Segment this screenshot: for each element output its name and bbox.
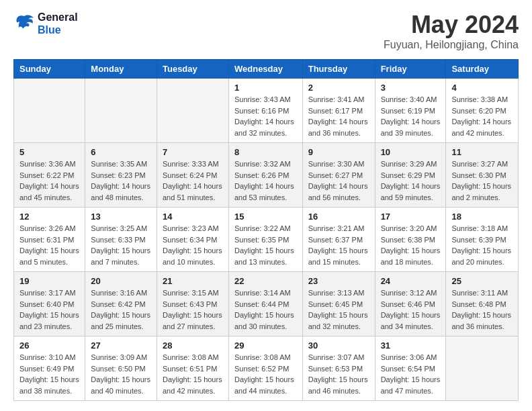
- calendar-cell: 18Sunrise: 3:18 AM Sunset: 6:39 PM Dayli…: [446, 208, 519, 272]
- day-number: 18: [451, 212, 513, 222]
- calendar-cell: 1Sunrise: 3:43 AM Sunset: 6:16 PM Daylig…: [228, 79, 302, 143]
- calendar-cell: 3Sunrise: 3:40 AM Sunset: 6:19 PM Daylig…: [375, 79, 446, 143]
- calendar-cell: [14, 79, 85, 143]
- calendar-cell: 19Sunrise: 3:17 AM Sunset: 6:40 PM Dayli…: [14, 272, 85, 336]
- day-number: 31: [381, 340, 441, 351]
- calendar-week-2: 5Sunrise: 3:36 AM Sunset: 6:22 PM Daylig…: [14, 143, 519, 208]
- day-info: Sunrise: 3:27 AM Sunset: 6:30 PM Dayligh…: [451, 158, 513, 203]
- logo-icon: [13, 14, 35, 33]
- day-number: 14: [163, 212, 223, 222]
- day-number: 8: [234, 147, 297, 157]
- calendar-cell: 13Sunrise: 3:25 AM Sunset: 6:33 PM Dayli…: [85, 208, 157, 272]
- day-number: 28: [163, 340, 223, 351]
- logo-text: General Blue: [38, 11, 78, 36]
- main-title: May 2024: [384, 11, 519, 39]
- header: General Blue May 2024 Fuyuan, Heilongjia…: [13, 11, 519, 51]
- day-info: Sunrise: 3:10 AM Sunset: 6:49 PM Dayligh…: [19, 352, 79, 396]
- col-header-saturday: Saturday: [446, 60, 519, 79]
- day-number: 7: [163, 147, 223, 157]
- day-number: 22: [234, 276, 297, 286]
- calendar-week-3: 12Sunrise: 3:26 AM Sunset: 6:31 PM Dayli…: [14, 208, 519, 272]
- calendar-cell: [157, 79, 228, 143]
- calendar-cell: 26Sunrise: 3:10 AM Sunset: 6:49 PM Dayli…: [14, 336, 85, 401]
- day-number: 2: [308, 83, 369, 93]
- day-info: Sunrise: 3:32 AM Sunset: 6:26 PM Dayligh…: [234, 158, 297, 203]
- calendar-cell: 16Sunrise: 3:21 AM Sunset: 6:37 PM Dayli…: [302, 208, 375, 272]
- calendar-cell: 4Sunrise: 3:38 AM Sunset: 6:20 PM Daylig…: [446, 79, 519, 143]
- page: General Blue May 2024 Fuyuan, Heilongjia…: [0, 0, 532, 411]
- logo: General Blue: [13, 11, 78, 36]
- col-header-friday: Friday: [375, 60, 446, 79]
- day-info: Sunrise: 3:30 AM Sunset: 6:27 PM Dayligh…: [308, 158, 369, 203]
- col-header-sunday: Sunday: [14, 60, 85, 79]
- logo-general: General: [38, 11, 78, 23]
- day-info: Sunrise: 3:06 AM Sunset: 6:54 PM Dayligh…: [381, 352, 441, 396]
- calendar-table: SundayMondayTuesdayWednesdayThursdayFrid…: [13, 59, 519, 401]
- calendar-cell: 5Sunrise: 3:36 AM Sunset: 6:22 PM Daylig…: [14, 143, 85, 208]
- day-info: Sunrise: 3:12 AM Sunset: 6:46 PM Dayligh…: [381, 287, 441, 332]
- calendar-cell: 9Sunrise: 3:30 AM Sunset: 6:27 PM Daylig…: [302, 143, 375, 208]
- day-info: Sunrise: 3:23 AM Sunset: 6:34 PM Dayligh…: [163, 223, 223, 267]
- day-info: Sunrise: 3:14 AM Sunset: 6:44 PM Dayligh…: [234, 287, 297, 332]
- calendar-week-1: 1Sunrise: 3:43 AM Sunset: 6:16 PM Daylig…: [14, 79, 519, 143]
- day-number: 5: [19, 147, 79, 157]
- day-info: Sunrise: 3:40 AM Sunset: 6:19 PM Dayligh…: [381, 94, 441, 138]
- day-info: Sunrise: 3:15 AM Sunset: 6:43 PM Dayligh…: [163, 287, 223, 332]
- day-info: Sunrise: 3:43 AM Sunset: 6:16 PM Dayligh…: [234, 94, 297, 138]
- day-info: Sunrise: 3:17 AM Sunset: 6:40 PM Dayligh…: [19, 287, 79, 332]
- day-info: Sunrise: 3:38 AM Sunset: 6:20 PM Dayligh…: [451, 94, 513, 138]
- day-info: Sunrise: 3:09 AM Sunset: 6:50 PM Dayligh…: [91, 352, 151, 396]
- day-number: 4: [451, 83, 513, 93]
- calendar-cell: [85, 79, 157, 143]
- day-info: Sunrise: 3:29 AM Sunset: 6:29 PM Dayligh…: [381, 158, 441, 203]
- day-info: Sunrise: 3:36 AM Sunset: 6:22 PM Dayligh…: [19, 158, 79, 203]
- calendar-cell: 14Sunrise: 3:23 AM Sunset: 6:34 PM Dayli…: [157, 208, 228, 272]
- calendar-cell: 2Sunrise: 3:41 AM Sunset: 6:17 PM Daylig…: [302, 79, 375, 143]
- day-info: Sunrise: 3:21 AM Sunset: 6:37 PM Dayligh…: [308, 223, 369, 267]
- day-info: Sunrise: 3:18 AM Sunset: 6:39 PM Dayligh…: [451, 223, 513, 267]
- day-number: 1: [234, 83, 297, 93]
- calendar-cell: 27Sunrise: 3:09 AM Sunset: 6:50 PM Dayli…: [85, 336, 157, 401]
- calendar-cell: 22Sunrise: 3:14 AM Sunset: 6:44 PM Dayli…: [228, 272, 302, 336]
- day-number: 11: [451, 147, 513, 157]
- day-number: 15: [234, 212, 297, 222]
- day-info: Sunrise: 3:08 AM Sunset: 6:51 PM Dayligh…: [163, 352, 223, 396]
- day-number: 29: [234, 340, 297, 351]
- calendar-cell: 28Sunrise: 3:08 AM Sunset: 6:51 PM Dayli…: [157, 336, 228, 401]
- day-info: Sunrise: 3:11 AM Sunset: 6:48 PM Dayligh…: [451, 287, 513, 332]
- calendar-cell: 11Sunrise: 3:27 AM Sunset: 6:30 PM Dayli…: [446, 143, 519, 208]
- calendar-cell: 24Sunrise: 3:12 AM Sunset: 6:46 PM Dayli…: [375, 272, 446, 336]
- calendar-week-5: 26Sunrise: 3:10 AM Sunset: 6:49 PM Dayli…: [14, 336, 519, 401]
- calendar-cell: 21Sunrise: 3:15 AM Sunset: 6:43 PM Dayli…: [157, 272, 228, 336]
- calendar-cell: [446, 336, 519, 401]
- calendar-cell: 6Sunrise: 3:35 AM Sunset: 6:23 PM Daylig…: [85, 143, 157, 208]
- day-info: Sunrise: 3:20 AM Sunset: 6:38 PM Dayligh…: [381, 223, 441, 267]
- calendar-header-row: SundayMondayTuesdayWednesdayThursdayFrid…: [14, 60, 519, 79]
- day-number: 10: [381, 147, 441, 157]
- calendar-cell: 29Sunrise: 3:08 AM Sunset: 6:52 PM Dayli…: [228, 336, 302, 401]
- subtitle: Fuyuan, Heilongjiang, China: [384, 39, 519, 51]
- day-number: 19: [19, 276, 79, 286]
- day-number: 30: [308, 340, 369, 351]
- day-info: Sunrise: 3:41 AM Sunset: 6:17 PM Dayligh…: [308, 94, 369, 138]
- col-header-tuesday: Tuesday: [157, 60, 228, 79]
- calendar-cell: 7Sunrise: 3:33 AM Sunset: 6:24 PM Daylig…: [157, 143, 228, 208]
- day-number: 25: [451, 276, 513, 286]
- day-number: 6: [91, 147, 151, 157]
- col-header-wednesday: Wednesday: [228, 60, 302, 79]
- day-number: 27: [91, 340, 151, 351]
- calendar-cell: 23Sunrise: 3:13 AM Sunset: 6:45 PM Dayli…: [302, 272, 375, 336]
- day-info: Sunrise: 3:07 AM Sunset: 6:53 PM Dayligh…: [308, 352, 369, 396]
- calendar-cell: 17Sunrise: 3:20 AM Sunset: 6:38 PM Dayli…: [375, 208, 446, 272]
- day-info: Sunrise: 3:33 AM Sunset: 6:24 PM Dayligh…: [163, 158, 223, 203]
- calendar-cell: 8Sunrise: 3:32 AM Sunset: 6:26 PM Daylig…: [228, 143, 302, 208]
- day-info: Sunrise: 3:26 AM Sunset: 6:31 PM Dayligh…: [19, 223, 79, 267]
- day-number: 9: [308, 147, 369, 157]
- calendar-cell: 25Sunrise: 3:11 AM Sunset: 6:48 PM Dayli…: [446, 272, 519, 336]
- day-info: Sunrise: 3:08 AM Sunset: 6:52 PM Dayligh…: [234, 352, 297, 396]
- calendar-cell: 20Sunrise: 3:16 AM Sunset: 6:42 PM Dayli…: [85, 272, 157, 336]
- day-info: Sunrise: 3:22 AM Sunset: 6:35 PM Dayligh…: [234, 223, 297, 267]
- day-number: 26: [19, 340, 79, 351]
- day-number: 21: [163, 276, 223, 286]
- day-info: Sunrise: 3:16 AM Sunset: 6:42 PM Dayligh…: [91, 287, 151, 332]
